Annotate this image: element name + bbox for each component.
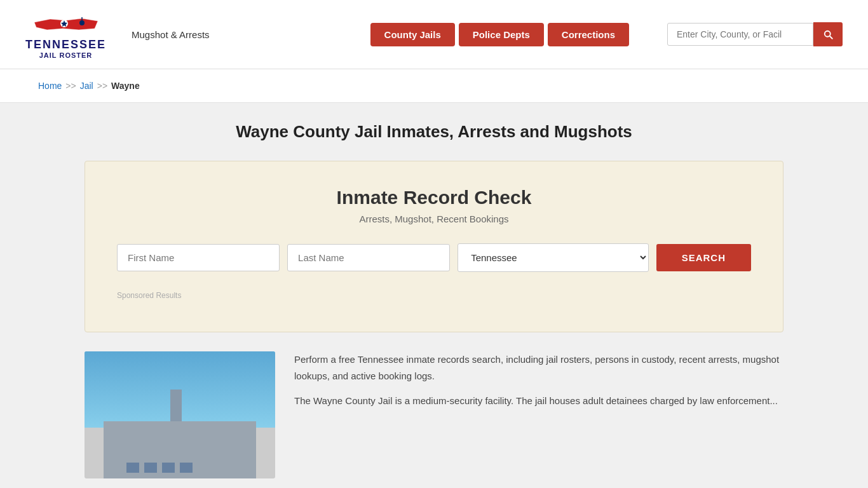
window-3: [162, 463, 175, 473]
breadcrumb-home[interactable]: Home: [38, 81, 62, 91]
breadcrumb: Home >> Jail >> Wayne: [38, 81, 830, 91]
search-icon: [822, 29, 834, 40]
main-content: Wayne County Jail Inmates, Arrests and M…: [0, 103, 868, 488]
inmate-record-check-box: Inmate Record Check Arrests, Mugshot, Re…: [85, 161, 783, 332]
description-text: Perform a free Tennessee inmate records …: [294, 351, 783, 478]
logo: TENNESSEE JAIL ROSTER: [25, 10, 106, 59]
breadcrumb-sep-1: >>: [65, 81, 76, 91]
bottom-section: Perform a free Tennessee inmate records …: [85, 351, 783, 488]
description-paragraph-1: Perform a free Tennessee inmate records …: [294, 351, 783, 384]
police-depts-button[interactable]: Police Depts: [459, 23, 544, 46]
nav-buttons: County Jails Police Depts Corrections: [370, 23, 629, 46]
header-search-input[interactable]: [667, 23, 813, 46]
page-title: Wayne County Jail Inmates, Arrests and M…: [38, 122, 830, 142]
breadcrumb-current: Wayne: [111, 81, 140, 91]
breadcrumb-jail[interactable]: Jail: [80, 81, 93, 91]
building-body: [104, 421, 256, 478]
sponsored-label: Sponsored Results: [117, 291, 751, 300]
header-search-area: [667, 22, 843, 46]
inmate-search-form: Tennessee Alabama Georgia Kentucky Missi…: [117, 243, 751, 272]
last-name-input[interactable]: [287, 244, 450, 271]
state-select[interactable]: Tennessee Alabama Georgia Kentucky Missi…: [458, 243, 649, 272]
record-check-title: Inmate Record Check: [117, 187, 751, 208]
window-2: [144, 463, 157, 473]
building-windows: [126, 463, 233, 473]
jail-image: [85, 351, 275, 478]
breadcrumb-bar: Home >> Jail >> Wayne: [0, 69, 868, 103]
description-paragraph-2: The Wayne County Jail is a medium-securi…: [294, 393, 783, 409]
site-header: TENNESSEE JAIL ROSTER Mugshot & Arrests …: [0, 0, 868, 69]
corrections-button[interactable]: Corrections: [548, 23, 629, 46]
county-jails-button[interactable]: County Jails: [370, 23, 455, 46]
first-name-input[interactable]: [117, 244, 280, 271]
header-search-button[interactable]: [813, 22, 843, 46]
state-logo-icon: [31, 10, 101, 38]
breadcrumb-sep-2: >>: [97, 81, 107, 91]
window-1: [126, 463, 139, 473]
svg-point-3: [79, 20, 85, 25]
logo-tennessee-text: TENNESSEE: [25, 38, 106, 51]
inmate-search-button[interactable]: SEARCH: [656, 244, 751, 271]
window-4: [180, 463, 193, 473]
record-check-subtitle: Arrests, Mugshot, Recent Bookings: [117, 214, 751, 224]
mugshot-arrests-link[interactable]: Mugshot & Arrests: [132, 29, 210, 40]
logo-sub-text: JAIL ROSTER: [39, 51, 93, 59]
